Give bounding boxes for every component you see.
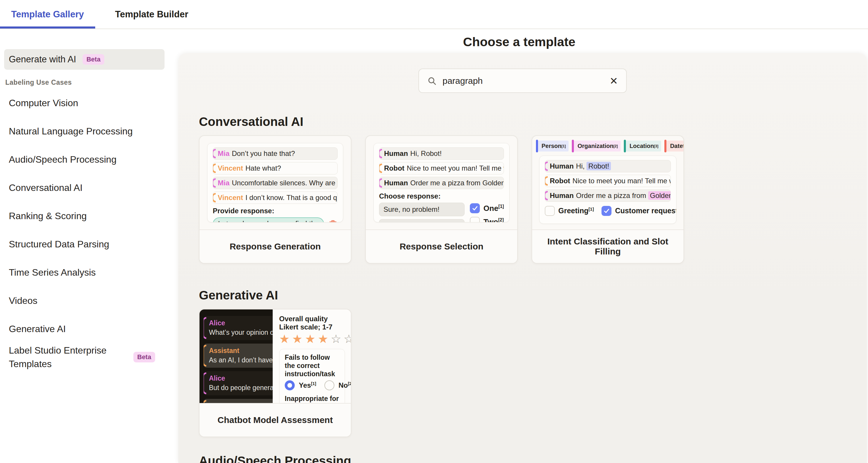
choice-one-checkbox[interactable]: One[1] <box>470 203 504 213</box>
response-option-1[interactable]: Sure, no problem! <box>379 203 465 216</box>
sidebar-item-generate-with-ai[interactable]: Generate with AI Beta <box>4 49 164 70</box>
radio-selected-icon[interactable] <box>285 380 295 390</box>
section-heading-conversational-ai: Conversational AI <box>199 115 867 129</box>
sidebar-item-computer-vision[interactable]: Computer Vision <box>0 89 170 117</box>
card-preview: HumanHi, Robot! RobotNice to meet you ma… <box>366 136 517 229</box>
search-input[interactable] <box>442 76 604 86</box>
intent-customer-request-checkbox[interactable]: Customer request[2] <box>601 206 676 216</box>
assessment-panel: Overall quality Likert scale; 1-7 ★ ★ ★ … <box>273 310 351 403</box>
sidebar-item-time-series[interactable]: Time Series Analysis <box>0 258 170 287</box>
star-filled-icon[interactable]: ★ <box>305 333 316 345</box>
response-text-field[interactable]: Let me know when you find the answer <box>213 218 324 222</box>
card-preview: MiaDon’t you hate that? VincentHate what… <box>199 136 351 229</box>
star-filled-icon[interactable]: ★ <box>279 333 290 345</box>
likert-star-rating[interactable]: ★ ★ ★ ★ ☆ ☆ ☆ <box>279 333 345 345</box>
bracket-icon <box>213 178 216 188</box>
card-title-intent-slot-filling: Intent Classification and Slot Filling <box>532 229 683 263</box>
tab-template-builder[interactable]: Template Builder <box>104 0 199 29</box>
sidebar-use-case-list: Computer Vision Natural Language Process… <box>0 89 170 371</box>
radio-unselected-icon[interactable] <box>324 380 334 390</box>
search-icon <box>427 76 437 86</box>
bracket-icon <box>204 372 206 394</box>
chat-bubble: AliceWhat’s your opinion on pine <box>204 316 273 340</box>
delete-trash-icon[interactable] <box>328 219 338 223</box>
choice-two-checkbox[interactable]: Two[2] <box>470 217 504 222</box>
checkbox-unchecked-icon[interactable] <box>545 206 555 216</box>
dark-chat-panel: AliceWhat’s your opinion on pine Assista… <box>199 310 273 403</box>
template-card-chatbot-model-assessment[interactable]: AliceWhat’s your opinion on pine Assista… <box>199 309 351 437</box>
section-heading-audio-speech: Audio/Speech Processing <box>199 454 867 463</box>
star-filled-icon[interactable]: ★ <box>292 333 303 345</box>
bracket-icon <box>204 400 206 403</box>
response-option-2[interactable]: Sorry it’s too early, can we change the … <box>379 219 465 222</box>
intent-greeting-checkbox[interactable]: Greeting[1] <box>545 206 594 216</box>
chat-bubble: MiaUncomfortable silences. Why are they … <box>213 177 338 189</box>
template-card-response-generation[interactable]: MiaDon’t you hate that? VincentHate what… <box>199 135 351 264</box>
bracket-icon <box>379 178 382 188</box>
assessment-questions-panel: Fails to follow the correct instruction/… <box>279 349 345 403</box>
chat-bubble: RobotNice to meet you man! Tell me what … <box>545 175 671 187</box>
tab-template-gallery[interactable]: Template Gallery <box>0 0 95 29</box>
labeling-use-cases-label: Labeling Use Cases <box>5 79 170 86</box>
chat-bubble: AssistantAs an AI, I don’t have person <box>204 344 273 368</box>
chat-bubble: HumanHi, Robot! <box>379 147 504 160</box>
chat-bubble: HumanOrder me a pizza from Golden Boy at… <box>379 177 504 189</box>
card-preview: AliceWhat’s your opinion on pine Assista… <box>199 310 351 403</box>
main-area: Choose a template ✕ Conversational AI Mi… <box>170 29 868 463</box>
tag-person[interactable]: Person[1] <box>537 141 568 151</box>
sidebar-item-audio-speech[interactable]: Audio/Speech Processing <box>0 145 170 174</box>
sidebar: Generate with AI Beta Labeling Use Cases… <box>0 29 170 463</box>
likert-scale-label: Overall quality Likert scale; 1-7 <box>279 315 345 331</box>
bracket-icon <box>204 317 206 339</box>
generative-cards-row: AliceWhat’s your opinion on pine Assista… <box>199 309 867 437</box>
template-card-response-selection[interactable]: HumanHi, Robot! RobotNice to meet you ma… <box>365 135 518 264</box>
chat-bubble: AliceBut do people generally like i <box>204 371 273 395</box>
beta-badge: Beta <box>83 54 104 65</box>
choose-response-label: Choose response: <box>379 192 504 200</box>
chat-bubble: AssistantSome people enjoy it, while o <box>204 399 273 403</box>
sidebar-item-generative-ai[interactable]: Generative AI <box>0 315 170 343</box>
sidebar-item-videos[interactable]: Videos <box>0 287 170 315</box>
star-filled-icon[interactable]: ★ <box>318 333 329 345</box>
sidebar-item-structured-data[interactable]: Structured Data Parsing <box>0 230 170 258</box>
bracket-icon <box>213 164 216 173</box>
bracket-icon <box>213 193 216 202</box>
section-heading-generative-ai: Generative AI <box>199 288 867 302</box>
chat-bubble: HumanOrder me a pizza from Golden Boy at… <box>545 190 671 202</box>
chat-bubble: RobotNice to meet you man! Tell me what … <box>379 162 504 174</box>
checkbox-checked-icon[interactable] <box>601 206 612 216</box>
page-title: Choose a template <box>170 31 868 52</box>
template-card-intent-slot-filling[interactable]: Person[1] Organization[2] Location[3] Da… <box>532 135 684 264</box>
provide-response-label: Provide response: <box>213 207 338 215</box>
chat-bubble: MiaDon’t you hate that? <box>213 147 338 160</box>
sidebar-item-conversational-ai[interactable]: Conversational AI <box>0 174 170 202</box>
checkbox-unchecked-icon[interactable] <box>470 217 480 222</box>
bracket-icon <box>545 176 548 185</box>
template-gallery-panel: ✕ Conversational AI MiaDon’t you hate th… <box>178 53 867 463</box>
chat-bubble: VincentHate what? <box>213 162 338 174</box>
template-search-box[interactable]: ✕ <box>418 68 627 93</box>
card-title-chatbot-model-assessment: Chatbot Model Assessment <box>199 403 351 436</box>
star-empty-icon[interactable]: ☆ <box>331 333 341 345</box>
beta-badge: Beta <box>133 352 155 363</box>
tag-datetime[interactable]: Datetime[4] <box>666 141 683 151</box>
chat-bubble: VincentI don’t know. That is a good ques… <box>213 192 338 204</box>
bracket-icon <box>379 149 382 158</box>
person-highlight[interactable]: Robot! <box>587 162 611 170</box>
tag-organization[interactable]: Organization[2] <box>573 141 621 151</box>
checkbox-checked-icon[interactable] <box>470 203 480 213</box>
card-title-response-generation: Response Generation <box>199 229 351 263</box>
bracket-icon <box>213 149 216 158</box>
clear-search-icon[interactable]: ✕ <box>610 76 618 86</box>
organization-highlight[interactable]: Golden Boy <box>648 191 671 200</box>
tag-location[interactable]: Location[3] <box>625 141 661 151</box>
question-inappropriate: Inappropriate for customer assistant Yes… <box>285 395 339 403</box>
sidebar-item-nlp[interactable]: Natural Language Processing <box>0 117 170 145</box>
question-fails-instruction: Fails to follow the correct instruction/… <box>285 353 339 390</box>
bracket-icon <box>545 162 548 171</box>
bracket-icon <box>204 345 206 367</box>
sidebar-item-ranking-scoring[interactable]: Ranking & Scoring <box>0 202 170 230</box>
sidebar-item-enterprise-templates[interactable]: Label Studio Enterprise Templates Beta <box>0 343 170 371</box>
star-empty-icon[interactable]: ☆ <box>343 333 351 345</box>
generate-with-ai-label: Generate with AI <box>9 54 76 65</box>
